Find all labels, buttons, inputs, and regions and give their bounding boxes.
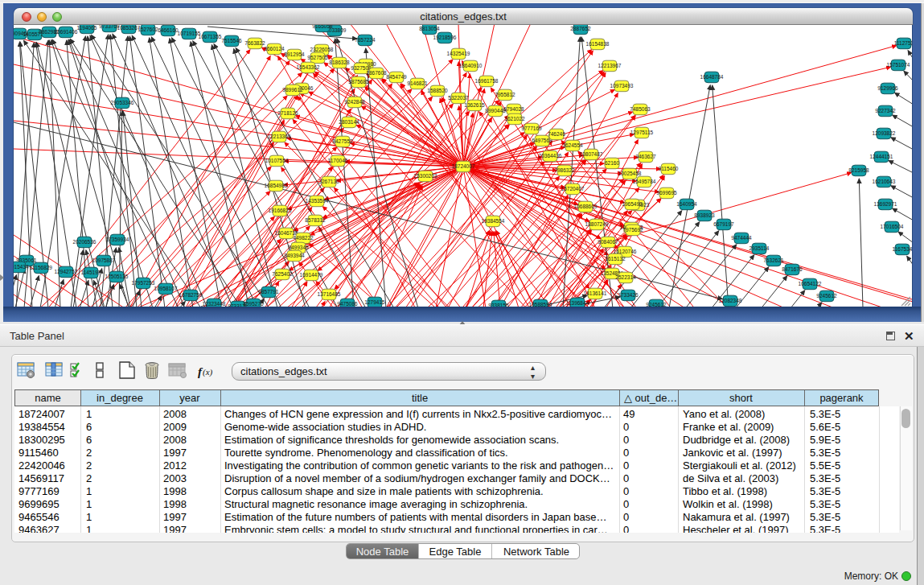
svg-text:1145197: 1145197 [81, 270, 101, 275]
svg-text:16543362: 16543362 [297, 64, 320, 70]
svg-text:12505135: 12505135 [105, 274, 129, 279]
svg-text:20364436: 20364436 [539, 153, 562, 159]
svg-text:5322037: 5322037 [448, 95, 469, 101]
svg-text:8471676: 8471676 [782, 266, 803, 272]
svg-text:746246: 746246 [548, 131, 565, 137]
svg-text:8578312: 8578312 [305, 217, 326, 223]
svg-text:7515546: 7515546 [221, 38, 242, 43]
svg-text:9899612: 9899612 [282, 87, 303, 93]
svg-text:1170046: 1170046 [328, 158, 348, 163]
svg-text:10807487: 10807487 [580, 151, 603, 157]
svg-text:1194065: 1194065 [77, 25, 97, 31]
svg-text:1588520: 1588520 [427, 88, 448, 93]
svg-text:9660124: 9660124 [264, 46, 285, 51]
svg-text:3624554: 3624554 [562, 142, 583, 148]
svg-text:7975692: 7975692 [622, 227, 643, 233]
svg-text:8454749: 8454749 [386, 74, 407, 80]
svg-text:2522314: 2522314 [615, 274, 636, 280]
svg-text:20691406: 20691406 [55, 29, 78, 35]
svg-text:10688609: 10688609 [574, 204, 598, 209]
svg-text:4498222: 4498222 [293, 235, 314, 241]
svg-text:1621022: 1621022 [504, 116, 525, 122]
svg-text:17359934: 17359934 [106, 237, 129, 242]
svg-text:7625402: 7625402 [272, 271, 293, 277]
svg-text:12942757: 12942757 [55, 269, 78, 274]
svg-text:18724007: 18724007 [452, 163, 475, 169]
svg-text:1527602: 1527602 [138, 27, 158, 32]
svg-text:9242848: 9242848 [344, 99, 365, 105]
svg-text:13716485: 13716485 [318, 291, 341, 297]
svg-text:12213369: 12213369 [268, 134, 291, 139]
svg-text:9084067: 9084067 [598, 239, 618, 245]
svg-text:18640910: 18640910 [459, 63, 483, 68]
svg-text:9165058: 9165058 [312, 25, 333, 29]
svg-text:2718126: 2718126 [277, 110, 298, 116]
svg-text:6466160: 6466160 [158, 27, 179, 33]
svg-text:17957253: 17957253 [132, 280, 155, 286]
svg-text:9777169: 9777169 [521, 126, 542, 131]
svg-text:9146821: 9146821 [407, 80, 428, 86]
svg-text:1279415: 1279415 [364, 299, 385, 305]
svg-text:16914479: 16914479 [300, 272, 323, 278]
svg-text:12975115: 12975115 [630, 130, 654, 135]
svg-text:15495784: 15495784 [633, 179, 656, 184]
svg-text:3875685: 3875685 [348, 79, 369, 84]
svg-text:7632621: 7632621 [763, 257, 784, 263]
svg-text:8912954: 8912954 [284, 51, 305, 57]
svg-text:62160: 62160 [605, 160, 619, 166]
svg-text:8493944: 8493944 [284, 253, 305, 258]
svg-text:8186328: 8186328 [329, 60, 350, 65]
svg-text:17016504: 17016504 [881, 224, 904, 229]
svg-text:9463627: 9463627 [635, 154, 656, 159]
svg-text:10654122: 10654122 [799, 281, 822, 286]
svg-text:11396844: 11396844 [566, 300, 589, 306]
svg-text:16854985: 16854985 [265, 183, 288, 188]
svg-text:13692971: 13692971 [874, 201, 897, 207]
svg-text:(x): (x) [203, 367, 213, 377]
svg-text:29053346: 29053346 [111, 100, 134, 105]
svg-text:9857791: 9857791 [258, 289, 279, 295]
svg-text:10671355: 10671355 [199, 34, 222, 39]
svg-text:15751074: 15751074 [887, 62, 910, 68]
svg-text:19166825: 19166825 [269, 208, 292, 213]
svg-text:1733426: 1733426 [618, 292, 639, 298]
svg-text:1615132: 1615132 [605, 256, 626, 262]
svg-text:8813054: 8813054 [419, 26, 440, 31]
svg-text:12082348: 12082348 [719, 298, 742, 303]
svg-text:16782759: 16782759 [179, 292, 203, 298]
svg-text:8990448: 8990448 [485, 108, 506, 113]
svg-text:7986322: 7986322 [554, 167, 575, 173]
svg-text:9699695: 9699695 [656, 190, 677, 196]
svg-text:6679197: 6679197 [713, 221, 734, 227]
svg-text:16210643: 16210643 [873, 179, 896, 184]
svg-text:1362615: 1362615 [464, 102, 485, 108]
svg-text:19384554: 19384554 [482, 218, 505, 224]
svg-text:7955812: 7955812 [495, 92, 515, 97]
svg-text:14136141: 14136141 [584, 290, 607, 296]
svg-text:10107554: 10107554 [265, 158, 289, 163]
svg-text:2935114: 2935114 [749, 245, 770, 251]
svg-text:9129966: 9129966 [877, 85, 898, 91]
svg-text:1965493: 1965493 [622, 201, 643, 207]
svg-text:2803144: 2803144 [339, 119, 359, 125]
svg-text:25300203: 25300203 [414, 173, 437, 179]
svg-text:16154838: 16154838 [586, 41, 610, 47]
svg-text:2867608: 2867608 [366, 70, 387, 76]
svg-text:3915434: 3915434 [14, 264, 29, 270]
svg-text:9474444: 9474444 [731, 235, 752, 241]
svg-text:12323448: 12323448 [203, 301, 226, 307]
svg-text:16961758: 16961758 [475, 78, 499, 84]
svg-text:10025458: 10025458 [618, 171, 642, 176]
svg-text:3267130: 3267130 [318, 179, 339, 184]
svg-text:7485063: 7485063 [630, 106, 651, 112]
svg-text:11156829: 11156829 [30, 265, 52, 270]
svg-text:9499345: 9499345 [288, 245, 309, 250]
svg-text:10975887: 10975887 [92, 257, 116, 263]
svg-text:7857224: 7857224 [355, 37, 376, 43]
svg-text:14353594: 14353594 [306, 198, 329, 204]
svg-text:1640954: 1640954 [676, 201, 697, 207]
svg-text:8427552: 8427552 [332, 138, 353, 144]
svg-text:10973493: 10973493 [610, 83, 634, 89]
svg-text:16648784: 16648784 [700, 74, 724, 80]
svg-text:15720407: 15720407 [561, 186, 585, 192]
